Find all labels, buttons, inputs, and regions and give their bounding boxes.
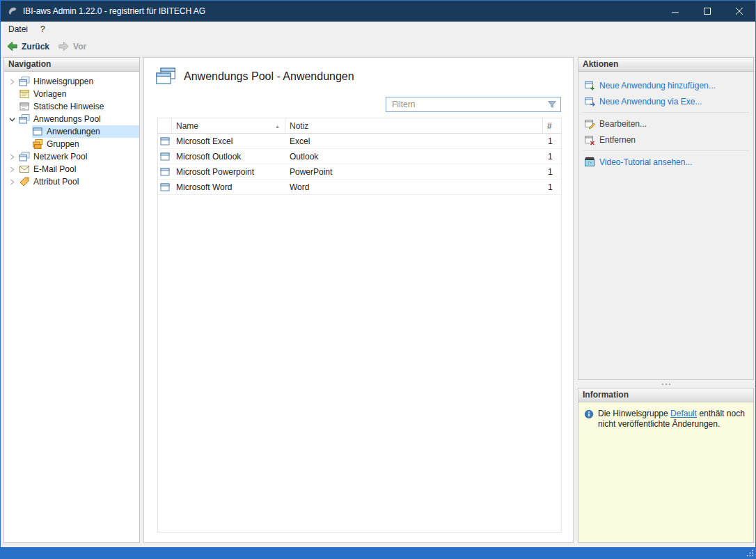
window-title: IBI-aws Admin 1.22.0 - registriert für I… [23,6,205,16]
sidebar-item-label: Anwendungs Pool [33,114,101,124]
application-pool-icon [19,113,30,125]
sidebar-item-attribut-pool[interactable]: Attribut Pool [4,175,139,188]
column-header-count[interactable]: # [543,118,561,133]
maximize-icon [704,8,711,15]
main-header: Anwendungs Pool - Anwendungen [155,67,354,86]
filter-input[interactable] [386,100,544,109]
default-link[interactable]: Default [670,409,697,418]
applications-table: Name ▲ Notiz # Microsoft Excel Excel 1 M… [157,118,562,533]
info-icon [584,409,594,419]
action-list: Neue Anwendung hinzufügen... Neue Anwend… [578,72,753,170]
information-panel: Information Die Hinweisgruppe Default en… [578,388,754,543]
network-pool-icon [19,151,30,162]
toolbar: Zurück Vor [1,37,755,56]
table-header-row: Name ▲ Notiz # [158,118,561,134]
sidebar-item-label: Netzwerk Pool [33,152,87,162]
chevron-right-icon[interactable] [9,166,19,173]
page-title: Anwendungs Pool - Anwendungen [184,70,354,83]
chevron-right-icon[interactable] [9,78,19,86]
sidebar-item-netzwerk-pool[interactable]: Netzwerk Pool [4,150,139,163]
action-new-application-via-exe[interactable]: Neue Anwendung via Exe... [578,93,753,109]
separator [583,112,749,113]
window-controls [659,1,755,22]
applications-header-icon [155,67,176,86]
sidebar-item-label: E-Mail Pool [33,164,76,174]
action-remove[interactable]: Entfernen [578,132,753,148]
sidebar-item-statische-hinweise[interactable]: Statische Hinweise [4,100,139,113]
cell-notiz: Outlook [285,152,543,162]
column-header-icon [158,118,172,133]
minimize-button[interactable] [659,1,691,22]
menu-datei[interactable]: Datei [2,22,34,37]
sidebar-item-anwendungen[interactable]: Anwendungen [32,125,139,138]
statusbar [1,547,755,558]
table-row[interactable]: Microsoft Powerpoint PowerPoint 1 [158,164,561,180]
column-header-name[interactable]: Name ▲ [172,118,285,133]
action-label: Bearbeiten... [599,119,647,129]
table-row[interactable]: Microsoft Word Word 1 [158,180,561,195]
action-edit[interactable]: Bearbeiten... [578,116,753,132]
application-icon [159,166,171,178]
titlebar: IBI-aws Admin 1.22.0 - registriert für I… [1,1,755,22]
sort-ascending-icon: ▲ [275,123,280,128]
action-video-tutorial[interactable]: Video-Tutorial ansehen... [578,154,753,170]
sidebar-item-label: Gruppen [47,139,79,149]
application-icon [159,136,171,147]
table-row[interactable]: Microsoft Outlook Outlook 1 [158,149,561,164]
sidebar-item-anwendungs-pool[interactable]: Anwendungs Pool [4,113,139,125]
separator [583,150,749,151]
information-text: Die Hinweisgruppe Default enthält noch n… [598,409,748,430]
chevron-right-icon[interactable] [9,178,19,186]
forward-arrow-icon [58,40,70,52]
main-panel: Anwendungs Pool - Anwendungen Name ▲ Not… [143,57,574,543]
templates-icon [19,88,30,100]
splitter-handle[interactable] [578,380,754,388]
action-new-application[interactable]: Neue Anwendung hinzufügen... [578,77,753,93]
cell-count: 1 [543,182,561,192]
chevron-right-icon[interactable] [9,153,19,161]
information-header: Information [578,388,753,402]
edit-icon [584,118,595,129]
information-text-before: Die Hinweisgruppe [598,409,670,418]
sidebar-item-hinweisgruppen[interactable]: Hinweisgruppen [4,75,139,88]
new-application-icon [584,80,595,91]
chevron-down-icon[interactable] [9,116,19,123]
menu-help[interactable]: ? [34,22,52,37]
splitter-dots [662,384,663,385]
back-button[interactable]: Zurück [6,40,49,52]
forward-button[interactable]: Vor [58,40,86,52]
sidebar-item-label: Hinweisgruppen [33,77,93,86]
sidebar-item-email-pool[interactable]: E-Mail Pool [4,163,139,175]
minimize-icon [672,8,679,15]
sidebar-item-gruppen[interactable]: Gruppen [32,138,139,150]
table-row[interactable]: Microsoft Excel Excel 1 [158,134,561,149]
attribute-pool-icon [19,176,30,187]
groups-icon [32,139,43,150]
new-application-exe-icon [584,96,595,107]
column-header-notiz[interactable]: Notiz [285,118,543,133]
back-arrow-icon [6,40,18,52]
sidebar-item-label: Vorlagen [33,89,66,99]
cell-count: 1 [543,152,561,162]
cell-count: 1 [543,136,561,146]
filter-funnel-icon[interactable] [544,100,560,109]
app-icon [7,6,18,17]
cell-count: 1 [543,167,561,177]
column-header-notiz-label: Notiz [290,121,308,131]
maximize-button[interactable] [691,1,723,22]
cell-notiz: Word [285,182,543,192]
remove-icon [584,134,595,145]
back-label: Zurück [22,42,49,52]
actions-panel: Aktionen Neue Anwendung hinzufügen... Ne… [578,57,754,380]
sidebar-item-label: Attribut Pool [33,177,79,187]
applications-icon [32,126,43,137]
close-icon [736,8,743,15]
action-label: Video-Tutorial ansehen... [599,157,692,167]
email-pool-icon [19,164,30,175]
resize-grip[interactable] [746,549,755,558]
cell-name: Microsoft Outlook [172,152,285,162]
application-icon [159,182,171,193]
sidebar-item-vorlagen[interactable]: Vorlagen [4,88,139,100]
close-button[interactable] [723,1,755,22]
cell-name: Microsoft Powerpoint [172,167,285,177]
